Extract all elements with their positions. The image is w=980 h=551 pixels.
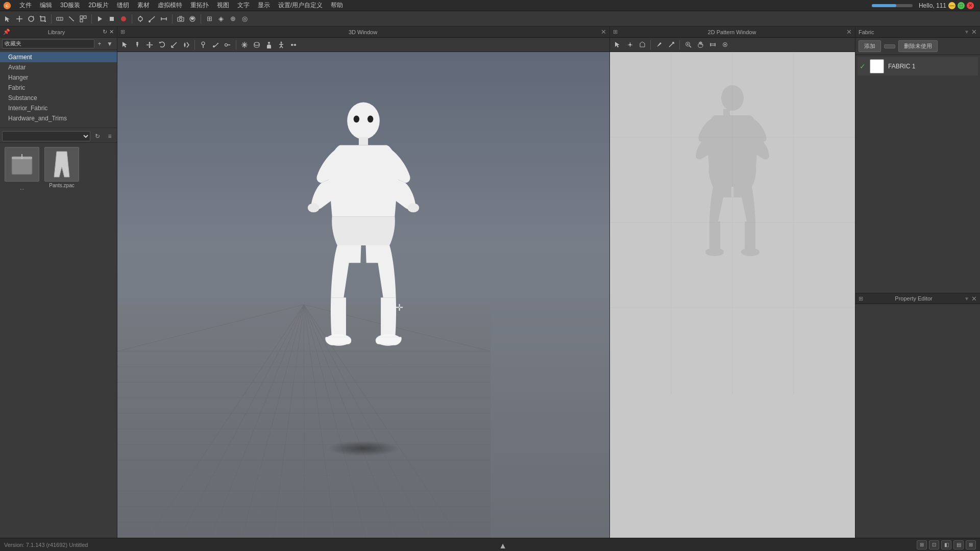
toolbar-btn-fold[interactable]	[66, 13, 77, 24]
toolbar-btn-select[interactable]	[2, 13, 13, 24]
library-close-btn[interactable]: ✕	[109, 29, 114, 35]
menu-item-retopo[interactable]: 重拓扑	[186, 0, 213, 11]
library-grid-view-btn[interactable]: ↻	[92, 131, 103, 141]
property-editor-close-btn[interactable]: ✕	[971, 295, 977, 303]
3d-tool-select[interactable]	[119, 39, 131, 51]
sidebar-item-hardware[interactable]: Hardware_and_Trims	[0, 113, 117, 123]
3d-tool-scale[interactable]	[168, 39, 180, 51]
library-search-input[interactable]	[2, 39, 94, 48]
sidebar-item-interior-fabric[interactable]: Interior_Fabric	[0, 103, 117, 113]
toolbar-btn-move[interactable]	[14, 13, 25, 24]
library-pin-btn[interactable]: 📌	[3, 29, 10, 35]
library-filter-dropdown[interactable]	[2, 131, 90, 141]
menu-item-view[interactable]: 视图	[213, 0, 233, 11]
status-btn-4[interactable]: ▤	[953, 540, 964, 549]
menu-item-2d-panel[interactable]: 2D板片	[84, 0, 112, 11]
3d-tool-cloth-drag[interactable]	[181, 39, 192, 51]
menu-item-material[interactable]: 素材	[133, 0, 154, 11]
toolbar-btn-render[interactable]	[187, 13, 198, 24]
library-add-btn[interactable]: +	[94, 39, 105, 49]
3d-tool-flatten[interactable]	[251, 39, 262, 51]
toolbar-group-5	[175, 13, 198, 24]
toolbar-btn-camera[interactable]	[175, 13, 186, 24]
status-center-btn[interactable]: ▲	[499, 541, 506, 548]
menu-item-file[interactable]: 文件	[15, 0, 36, 11]
3d-tool-freeze[interactable]	[239, 39, 250, 51]
library-thumb-item-0[interactable]: ..	[4, 147, 40, 192]
2d-tool-select[interactable]	[612, 39, 623, 51]
2d-tool-pen[interactable]	[653, 39, 665, 51]
toolbar-btn-extra2[interactable]: ◈	[215, 13, 227, 24]
viewport-3d[interactable]: ✛	[117, 52, 609, 538]
library-list-view-btn[interactable]: ≡	[105, 131, 115, 141]
menu-item-display[interactable]: 显示	[254, 0, 274, 11]
3d-tool-walk[interactable]	[132, 39, 143, 51]
menu-item-help[interactable]: 帮助	[327, 0, 347, 11]
property-editor-expand[interactable]: ⊞	[859, 295, 863, 302]
3d-tool-pose[interactable]	[276, 39, 287, 51]
menu-item-avatar[interactable]: 虚拟模特	[154, 0, 186, 11]
library-refresh-btn[interactable]: ↻	[103, 29, 107, 35]
menu-item-edit[interactable]: 编辑	[36, 0, 56, 11]
menu-item-sewing[interactable]: 缝纫	[113, 0, 133, 11]
library-options-btn[interactable]: ▼	[105, 39, 115, 49]
2d-tool-size[interactable]	[707, 39, 718, 51]
2d-tool-poly[interactable]	[636, 39, 648, 51]
3d-tool-move[interactable]	[144, 39, 155, 51]
toolbar-btn-extra1[interactable]: ⊞	[204, 13, 215, 24]
toolbar-btn-record[interactable]	[118, 13, 129, 24]
sidebar-item-fabric[interactable]: Fabric	[0, 83, 117, 93]
status-btn-3[interactable]: ◧	[941, 540, 951, 549]
toolbar-btn-snap[interactable]	[135, 13, 146, 24]
2d-tool-hand[interactable]	[695, 39, 706, 51]
3d-tool-avatar[interactable]	[263, 39, 275, 51]
fabric-panel-header: Fabric ▼ ✕	[855, 27, 980, 38]
sidebar-item-avatar[interactable]: Avatar	[0, 62, 117, 72]
window-2d-close-btn[interactable]: ✕	[846, 28, 852, 36]
status-btn-2[interactable]: ⊡	[929, 540, 939, 549]
2d-tool-arrow[interactable]	[666, 39, 677, 51]
toolbar-btn-segment[interactable]	[54, 13, 65, 24]
library-thumb-item-1[interactable]: Pants.zpac	[44, 147, 80, 192]
fabric-mid-btn[interactable]	[884, 44, 895, 48]
library-thumb-box-0	[5, 147, 39, 182]
window-2d-expand-btn[interactable]: ⊞	[613, 29, 618, 35]
toolbar-btn-scale[interactable]	[37, 13, 48, 24]
3d-tool-spray[interactable]	[210, 39, 221, 51]
window-3d-close-btn[interactable]: ✕	[601, 28, 606, 36]
fabric-panel-close-btn[interactable]: ✕	[971, 28, 977, 36]
3d-tool-measure2[interactable]	[222, 39, 233, 51]
minimize-button[interactable]: —	[948, 2, 955, 9]
sidebar-item-substance[interactable]: Substance	[0, 93, 117, 103]
toolbar-btn-extra4[interactable]: ◎	[239, 13, 250, 24]
fabric-item-0[interactable]: ✓ FABRIC 1	[857, 57, 978, 76]
toolbar-btn-arrange[interactable]	[78, 13, 89, 24]
2d-tool-marker[interactable]	[719, 39, 730, 51]
menu-item-3d-garment[interactable]: 3D服装	[56, 0, 84, 11]
window-3d-expand-btn[interactable]: ⊞	[120, 29, 125, 35]
sidebar-item-garment[interactable]: Garment	[0, 52, 117, 62]
menu-item-settings[interactable]: 设置/用户自定义	[274, 0, 327, 11]
menu-item-text[interactable]: 文字	[233, 0, 254, 11]
toolbar-btn-sewing[interactable]	[146, 13, 158, 24]
toolbar-btn-measure[interactable]	[158, 13, 169, 24]
close-button[interactable]: ✕	[967, 2, 974, 9]
2d-tool-zoom[interactable]	[682, 39, 694, 51]
status-btn-1[interactable]: ⊞	[917, 540, 927, 549]
fabric-add-btn[interactable]: 添加	[859, 40, 881, 52]
sidebar-item-hanger[interactable]: Hanger	[0, 72, 117, 83]
toolbar-btn-rotate[interactable]	[26, 13, 37, 24]
maximize-button[interactable]: □	[958, 2, 965, 9]
status-btn-5[interactable]: ⊞	[966, 540, 976, 549]
3d-tool-rotate[interactable]	[156, 39, 167, 51]
toolbar-btn-simulate[interactable]	[94, 13, 106, 24]
toolbar-btn-extra3[interactable]: ⊕	[227, 13, 238, 24]
toolbar-sep-3	[132, 14, 132, 23]
3d-tool-pin[interactable]	[198, 39, 209, 51]
fabric-panel-toolbar: 添加 删除未使用	[855, 38, 980, 55]
fabric-delete-unused-btn[interactable]: 删除未使用	[898, 40, 938, 52]
2d-tool-node[interactable]	[624, 39, 635, 51]
pattern-viewport[interactable]	[610, 52, 855, 538]
3d-tool-stitch[interactable]	[288, 39, 299, 51]
toolbar-btn-stop[interactable]	[106, 13, 117, 24]
